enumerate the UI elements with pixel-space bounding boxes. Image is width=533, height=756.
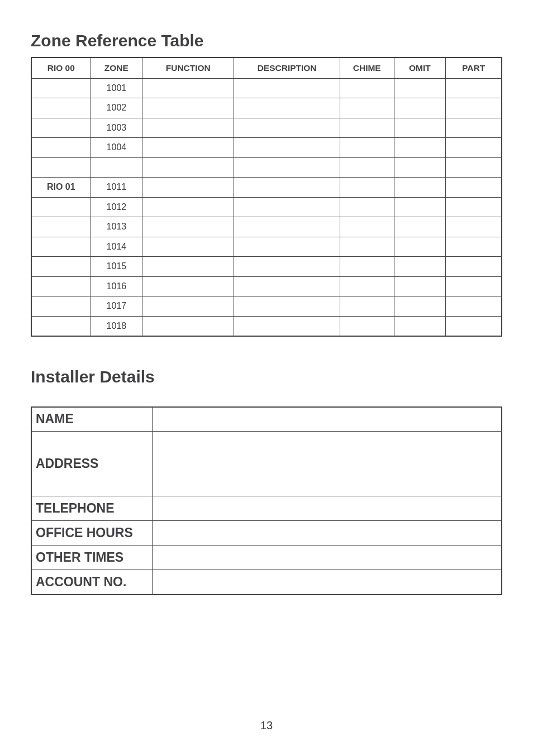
zone-cell: 1013: [91, 217, 142, 237]
chime-cell: [340, 157, 394, 178]
rio-cell: [31, 276, 91, 296]
installer-field-label: OTHER TIMES: [31, 546, 152, 570]
rio-cell: [31, 118, 91, 138]
table-row: 1012: [31, 197, 502, 217]
chime-cell: [340, 296, 394, 317]
function-cell: [142, 78, 234, 98]
function-cell: [142, 157, 234, 178]
rio-cell: [31, 78, 91, 98]
table-row: 1013: [31, 217, 502, 237]
function-cell: [142, 217, 234, 237]
zone-reference-table: RIO 00 ZONE FUNCTION DESCRIPTION CHIME O…: [31, 57, 502, 337]
rio-cell: [31, 138, 91, 158]
col-description: DESCRIPTION: [234, 58, 340, 78]
chime-cell: [340, 78, 394, 98]
description-cell: [234, 78, 340, 98]
function-cell: [142, 197, 234, 217]
part-cell: [446, 217, 502, 237]
zone-cell: 1001: [91, 78, 142, 98]
function-cell: [142, 237, 234, 257]
chime-cell: [340, 138, 394, 158]
table-row: 1002: [31, 98, 502, 118]
chime-cell: [340, 257, 394, 277]
omit-cell: [394, 138, 446, 158]
table-row: NAME: [31, 407, 502, 432]
rio-cell: [31, 98, 91, 118]
zone-cell: 1014: [91, 237, 142, 257]
omit-cell: [394, 118, 446, 138]
omit-cell: [394, 296, 446, 317]
function-cell: [142, 178, 234, 198]
function-cell: [142, 296, 234, 317]
installer-field-label: TELEPHONE: [31, 496, 152, 521]
part-cell: [446, 178, 502, 198]
zone-cell: 1003: [91, 118, 142, 138]
rio-cell: [31, 217, 91, 237]
zone-cell: 1015: [91, 257, 142, 277]
table-row: ADDRESS: [31, 432, 502, 496]
installer-field-value: [152, 432, 502, 496]
description-cell: [234, 237, 340, 257]
rio-cell: [31, 157, 91, 178]
function-cell: [142, 276, 234, 296]
description-cell: [234, 197, 340, 217]
part-cell: [446, 78, 502, 98]
table-row: [31, 157, 502, 178]
part-cell: [446, 157, 502, 178]
chime-cell: [340, 118, 394, 138]
table-row: ACCOUNT NO.: [31, 570, 502, 595]
description-cell: [234, 316, 340, 336]
rio-cell: [31, 237, 91, 257]
zone-cell: 1018: [91, 316, 142, 336]
part-cell: [446, 257, 502, 277]
function-cell: [142, 316, 234, 336]
part-cell: [446, 118, 502, 138]
rio-cell: [31, 296, 91, 317]
zone-cell: 1017: [91, 296, 142, 317]
installer-field-label: ADDRESS: [31, 432, 152, 496]
zone-table-header-row: RIO 00 ZONE FUNCTION DESCRIPTION CHIME O…: [31, 58, 502, 78]
function-cell: [142, 257, 234, 277]
installer-field-value: [152, 521, 502, 546]
table-row: RIO 011011: [31, 178, 502, 198]
document-page: Zone Reference Table RIO 00 ZONE FUNCTIO…: [0, 0, 533, 595]
table-row: 1004: [31, 138, 502, 158]
chime-cell: [340, 98, 394, 118]
part-cell: [446, 197, 502, 217]
function-cell: [142, 138, 234, 158]
omit-cell: [394, 316, 446, 336]
rio-cell: [31, 257, 91, 277]
omit-cell: [394, 217, 446, 237]
description-cell: [234, 138, 340, 158]
table-row: 1001: [31, 78, 502, 98]
description-cell: [234, 157, 340, 178]
zone-cell: 1012: [91, 197, 142, 217]
omit-cell: [394, 178, 446, 198]
zone-title: Zone Reference Table: [31, 31, 502, 50]
installer-field-value: [152, 570, 502, 595]
installer-field-value: [152, 496, 502, 521]
zone-cell: 1004: [91, 138, 142, 158]
installer-field-value: [152, 546, 502, 570]
table-row: OFFICE HOURS: [31, 521, 502, 546]
col-zone: ZONE: [91, 58, 142, 78]
function-cell: [142, 118, 234, 138]
part-cell: [446, 138, 502, 158]
part-cell: [446, 296, 502, 317]
description-cell: [234, 257, 340, 277]
col-omit: OMIT: [394, 58, 446, 78]
zone-cell: [91, 157, 142, 178]
chime-cell: [340, 217, 394, 237]
omit-cell: [394, 78, 446, 98]
description-cell: [234, 178, 340, 198]
table-row: 1014: [31, 237, 502, 257]
chime-cell: [340, 237, 394, 257]
function-cell: [142, 98, 234, 118]
col-rio: RIO 00: [31, 58, 91, 78]
chime-cell: [340, 316, 394, 336]
description-cell: [234, 276, 340, 296]
installer-field-value: [152, 407, 502, 432]
table-row: 1016: [31, 276, 502, 296]
omit-cell: [394, 257, 446, 277]
col-function: FUNCTION: [142, 58, 234, 78]
